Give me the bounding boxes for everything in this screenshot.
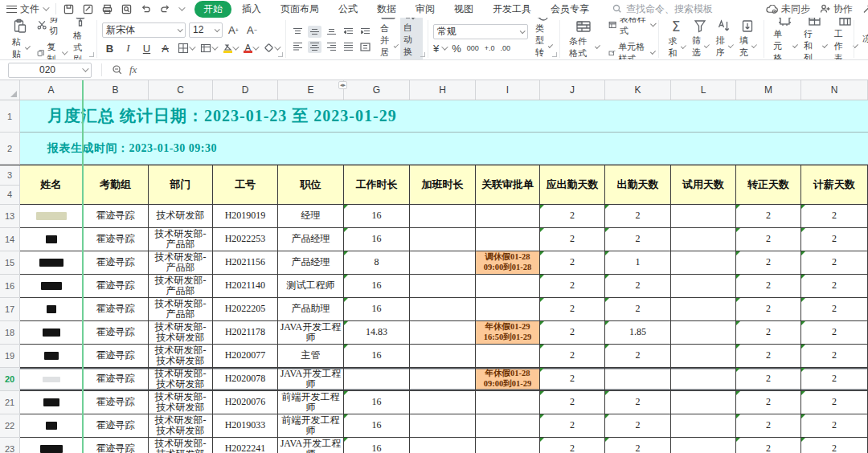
sum-button[interactable]: Σ 求和 [664,18,687,60]
cell-A20[interactable] [20,368,83,391]
cell-J22[interactable]: 2 [540,414,605,438]
percent-button[interactable]: % [452,43,461,55]
cell-G13[interactable]: 16 [344,205,410,228]
font-color-button[interactable]: A [242,41,259,56]
name-box[interactable]: 020 [8,63,92,78]
cell-E14[interactable]: 产品经理 [278,228,344,251]
table-header-B[interactable]: 考勤组 [83,165,149,205]
cell-J15[interactable]: 2 [540,251,605,275]
cell-A15[interactable] [20,251,83,275]
cell-C17[interactable]: 技术研发部-产品部 [149,298,213,321]
cell-I17[interactable] [476,298,540,321]
table-header-L[interactable]: 试用天数 [671,165,736,205]
cell-C20[interactable]: 技术研发部-技术研发部 [149,368,213,391]
cell-B17[interactable]: 霍迹寻踪 [83,298,149,321]
cell-D13[interactable]: H2019019 [213,205,278,228]
cell-M20[interactable]: 2 [736,368,801,391]
cell-J13[interactable]: 2 [540,205,605,228]
column-header-L[interactable]: L [671,80,736,100]
cell-H19[interactable] [410,345,476,368]
cell-H22[interactable] [410,414,476,438]
cell-M14[interactable]: 2 [736,228,801,251]
cell-K20[interactable] [605,368,671,391]
increase-indent-button[interactable] [358,26,372,38]
cell-D22[interactable]: H2019033 [213,414,278,438]
table-header-J[interactable]: 应出勤天数 [540,165,605,205]
save-button[interactable] [63,3,75,14]
align-center-button[interactable] [308,41,321,53]
cell-M17[interactable]: 2 [736,298,801,321]
cell-A23[interactable] [20,438,83,453]
cell-G23[interactable]: 16 [344,438,410,453]
alignment-group-expander[interactable] [420,52,425,57]
cell-D20[interactable]: H2020078 [213,368,278,391]
cell-L13[interactable] [671,205,736,228]
row-header-15[interactable]: 15 [0,251,20,275]
cell-M16[interactable]: 2 [736,275,801,298]
cell-L16[interactable] [671,275,736,298]
column-header-I[interactable]: I [476,80,540,100]
merge-center-button[interactable]: 合并居中 [376,18,400,60]
font-family-select[interactable]: 新宋体 [102,22,186,38]
fx-icon[interactable]: fx [129,63,137,76]
row-header-19[interactable]: 19 [0,345,20,368]
cell-E16[interactable]: 测试工程师 [278,275,344,298]
cell-C21[interactable]: 技术研发部-技术研发部 [149,391,213,414]
cell-L19[interactable] [671,345,736,368]
formula-input[interactable] [143,60,868,80]
cell-H15[interactable] [410,251,476,275]
decrease-font-button[interactable]: A− [244,22,260,38]
cell-N21[interactable]: 2 [801,391,868,414]
cell-B20[interactable]: 霍迹寻踪 [83,368,149,391]
italic-button[interactable]: I [121,41,136,56]
cell-B19[interactable]: 霍迹寻踪 [83,345,149,368]
cell-G22[interactable]: 16 [344,414,410,438]
cell-A19[interactable] [20,345,83,368]
row-header-13[interactable]: 13 [0,205,20,228]
cell-G17[interactable]: 16 [344,298,410,321]
cell-G16[interactable]: 16 [344,275,410,298]
cell-D23[interactable]: H2022241 [213,438,278,453]
cell-E21[interactable]: 前端开发工程师 [278,391,344,414]
row-header-17[interactable]: 17 [0,298,20,321]
table-header-G[interactable]: 工作时长 [344,165,410,205]
cell-C19[interactable]: 技术研发部-技术研发部 [149,345,213,368]
cell-K16[interactable]: 2 [605,275,671,298]
menu-tab-数据[interactable]: 数据 [368,1,405,18]
table-header-E[interactable]: 职位 [278,165,344,205]
cell-style-button[interactable]: 单元格样式 [608,41,653,60]
cell-C14[interactable]: 技术研发部-产品部 [149,228,213,251]
column-header-A[interactable]: A [20,80,83,100]
shading-button[interactable] [199,41,218,56]
cell-K22[interactable]: 2 [605,414,671,438]
rows-cols-button[interactable]: 行和列 [800,18,830,60]
select-all-corner[interactable] [0,80,20,100]
cell-I16[interactable] [476,275,540,298]
cell-A13[interactable] [20,205,83,228]
cell-K13[interactable]: 2 [605,205,671,228]
clipboard-group-expander[interactable] [89,52,94,57]
align-right-button[interactable] [325,41,338,53]
increase-decimal-button[interactable]: +.0 [485,44,495,52]
cell-C23[interactable]: 技术研发部-技术研发部 [149,438,213,453]
report-title-cell[interactable]: 月度汇总 统计日期：2023-01-23 至 2023-01-29 [20,100,868,133]
cell-N22[interactable]: 2 [801,414,868,438]
cell-A14[interactable] [20,228,83,251]
cell-K19[interactable]: 2 [605,345,671,368]
cell-B22[interactable]: 霍迹寻踪 [83,414,149,438]
row-header-20[interactable]: 20 [0,368,20,391]
cell-B16[interactable]: 霍迹寻踪 [83,275,149,298]
cell-M22[interactable]: 2 [736,414,801,438]
distributed-button[interactable] [358,41,372,53]
cell-N20[interactable]: 2 [801,368,868,391]
cell-N19[interactable]: 2 [801,345,868,368]
row-header-2[interactable]: 2 [0,133,20,165]
cell-E23[interactable]: JAVA开发工程师 [278,438,344,453]
print-button[interactable] [101,3,113,14]
cell-C16[interactable]: 技术研发部-产品部 [149,275,213,298]
cell-L20[interactable] [671,368,736,391]
menu-tab-插入[interactable]: 插入 [233,1,270,18]
cell-I14[interactable] [476,228,540,251]
cell-I20[interactable]: 年休假01-28 09:00到01-29 [476,368,540,391]
cell-A21[interactable] [20,391,83,414]
